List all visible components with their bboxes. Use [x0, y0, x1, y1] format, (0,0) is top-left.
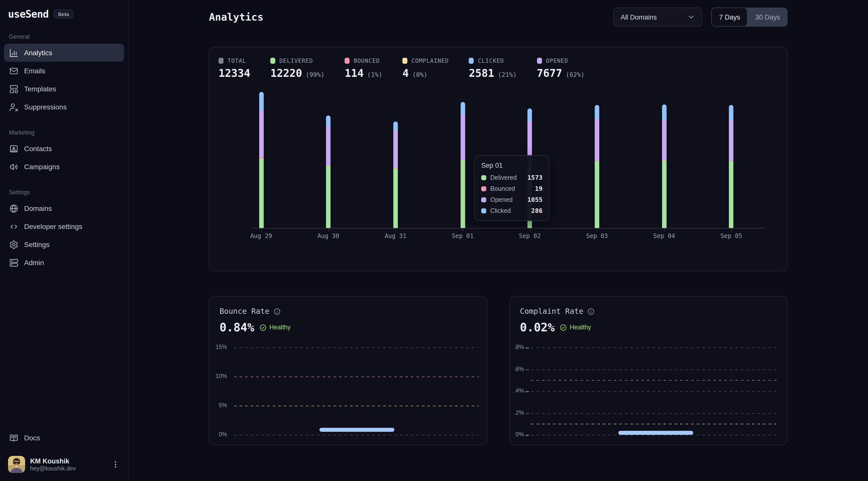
range-option-30-days[interactable]: 30 Days	[748, 7, 787, 27]
tooltip-row-clicked: Clicked286	[481, 207, 542, 214]
x-axis-tick	[328, 228, 329, 231]
header-controls: All Domains 7 Days 30 Days	[614, 7, 787, 27]
sidebar-item-suppressions[interactable]: Suppressions	[4, 98, 124, 116]
y-axis-label: 0%	[511, 431, 524, 437]
tooltip-row-bounced: Bounced19	[481, 185, 542, 192]
rates-row: Bounce Rate 0.84% Healthy 15%10%5%0%	[209, 296, 787, 445]
bounce-rate-card: Bounce Rate 0.84% Healthy 15%10%5%0%	[209, 296, 487, 445]
bar-segment-clicked	[393, 122, 398, 131]
app-logo: useSend	[8, 8, 49, 20]
range-option-7-days[interactable]: 7 Days	[712, 7, 748, 27]
y-axis-label: .6%	[511, 366, 524, 372]
x-axis-label: Sep 01	[442, 232, 483, 239]
rate-line-bounce-rate	[320, 428, 394, 432]
bar-segment-delivered	[326, 166, 331, 228]
book-open-icon	[9, 433, 19, 443]
gridline	[531, 435, 779, 435]
gridline	[234, 406, 479, 406]
sidebar-item-templates[interactable]: Templates	[4, 80, 124, 98]
megaphone-icon	[9, 162, 19, 171]
y-axis-label: 15%	[211, 344, 227, 350]
legend-dot-icon	[481, 208, 486, 213]
bar-segment-clicked	[662, 105, 666, 121]
bar-chart-icon	[9, 48, 19, 58]
gridline	[234, 377, 479, 377]
tooltip-series-value: 1573	[527, 174, 542, 181]
mail-icon	[9, 66, 19, 75]
bar-sep-01[interactable]	[460, 102, 465, 228]
bar-sep-05[interactable]	[729, 105, 734, 228]
gear-icon	[9, 240, 19, 249]
domain-select[interactable]: All Domains	[614, 7, 703, 27]
chevron-down-icon	[687, 13, 695, 21]
tooltip-series-label: Clicked	[490, 207, 527, 214]
user-x-icon	[9, 102, 19, 112]
sidebar-item-label: Templates	[24, 85, 56, 93]
tooltip-series-value: 19	[535, 185, 542, 192]
bar-segment-opened	[595, 119, 599, 160]
y-axis-tick	[525, 369, 529, 370]
bar-sep-04[interactable]	[662, 105, 666, 228]
gridline	[531, 380, 779, 381]
user-row: KM Koushik hey@koushik.dev	[4, 452, 124, 474]
bar-segment-opened	[326, 127, 331, 165]
bar-segment-clicked	[259, 92, 264, 111]
y-axis-tick	[525, 435, 529, 436]
sidebar-item-domains[interactable]: Domains	[4, 199, 124, 217]
app-window: useSend Beta GeneralAnalyticsEmailsTempl…	[0, 0, 868, 481]
bar-segment-opened	[729, 121, 734, 161]
bar-segment-delivered	[460, 160, 465, 228]
chart-tooltip: Sep 01 Delivered1573Bounced19Opened1055C…	[474, 155, 550, 221]
sidebar-item-emails[interactable]: Emails	[4, 62, 124, 80]
tooltip-series-label: Delivered	[490, 174, 523, 181]
y-axis-tick	[525, 347, 529, 348]
tooltip-row-delivered: Delivered1573	[481, 174, 542, 181]
gridline	[531, 391, 779, 392]
sidebar-section-label: Settings	[4, 189, 124, 195]
server-icon	[9, 258, 19, 267]
sidebar-item-label: Docs	[24, 434, 40, 442]
y-axis-label: .2%	[511, 410, 524, 415]
x-axis-tick	[261, 228, 262, 231]
gridline	[234, 435, 479, 435]
x-axis-tick	[732, 228, 732, 231]
bar-segment-opened	[259, 111, 264, 158]
sidebar-item-label: Domains	[24, 204, 52, 213]
sidebar-item-docs[interactable]: Docs	[4, 429, 124, 447]
bar-segment-delivered	[259, 158, 264, 228]
user-email: hey@koushik.dev	[30, 466, 106, 472]
bar-segment-clicked	[528, 108, 532, 121]
x-axis-label: Sep 02	[510, 232, 550, 239]
topbar: Analytics All Domains 7 Days 30 Days	[209, 7, 787, 27]
bar-aug-31[interactable]	[393, 122, 398, 228]
bar-segment-clicked	[460, 102, 465, 115]
legend-dot-icon	[481, 186, 486, 191]
y-axis-label: .4%	[511, 388, 524, 394]
main-area: Analytics All Domains 7 Days 30 Days TOT…	[129, 0, 868, 481]
sidebar-item-label: Analytics	[24, 49, 52, 57]
complaint-rate-card: Complaint Rate 0.02% Healthy .8%.6%.4%.2…	[509, 296, 787, 445]
bar-segment-clicked	[595, 105, 599, 119]
bar-segment-opened	[662, 121, 666, 160]
more-vertical-icon[interactable]	[111, 460, 120, 469]
bar-aug-29[interactable]	[259, 92, 264, 228]
sidebar-item-campaigns[interactable]: Campaigns	[4, 158, 124, 176]
beta-badge: Beta	[54, 9, 73, 19]
sidebar-item-label: Contacts	[24, 145, 52, 153]
sidebar-item-admin[interactable]: Admin	[4, 254, 124, 271]
x-axis-tick	[463, 228, 463, 231]
sidebar-bottom: Docs KM Ko	[4, 429, 124, 474]
sidebar-item-analytics[interactable]: Analytics	[4, 44, 124, 62]
tooltip-row-opened: Opened1055	[481, 196, 542, 203]
email-volume-card: TOTAL12334DELIVERED12220(99%)BOUNCED114(…	[209, 47, 787, 271]
user-name: KM Koushik	[30, 457, 106, 465]
bar-aug-30[interactable]	[326, 115, 331, 228]
y-axis-tick	[525, 413, 529, 414]
x-axis-tick	[396, 228, 396, 231]
sidebar-item-label: Settings	[24, 241, 50, 249]
tooltip-rows: Delivered1573Bounced19Opened1055Clicked2…	[481, 174, 542, 214]
bar-sep-03[interactable]	[595, 105, 599, 228]
sidebar-item-developer-settings[interactable]: Developer settings	[4, 217, 124, 235]
sidebar-item-contacts[interactable]: Contacts	[4, 139, 124, 158]
sidebar-item-settings[interactable]: Settings	[4, 235, 124, 254]
